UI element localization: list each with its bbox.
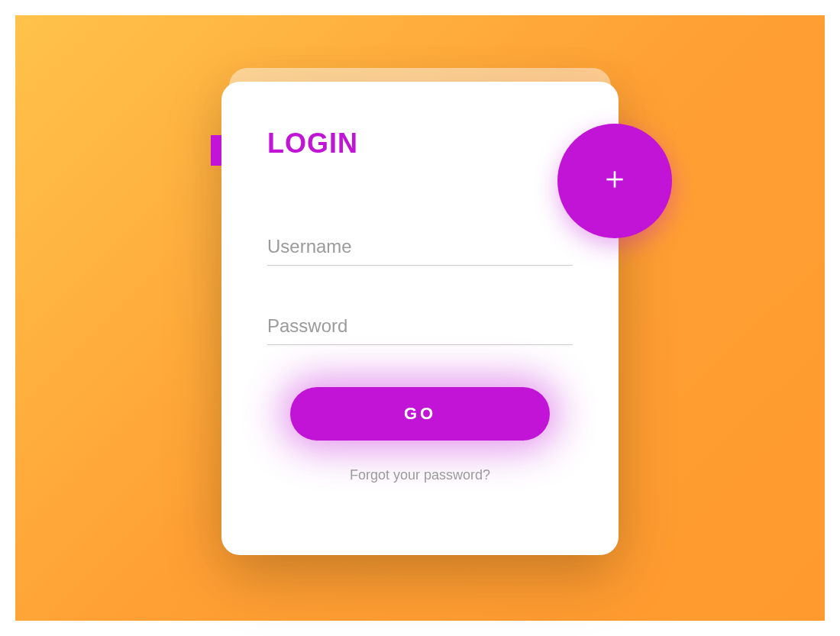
password-input[interactable] [267,308,573,345]
username-input[interactable] [267,228,573,266]
add-button[interactable] [557,124,672,238]
submit-button[interactable]: GO [290,387,550,441]
username-field-wrap [267,228,573,266]
accent-bar [211,135,221,166]
submit-wrap: GO [267,387,573,441]
password-field-wrap [267,308,573,345]
login-title: LOGIN [267,128,573,160]
forgot-password-link[interactable]: Forgot your password? [267,467,573,483]
login-card-stack: LOGIN GO Forgot your password? [221,82,619,555]
plus-icon [603,167,627,194]
background-stage: LOGIN GO Forgot your password? [15,15,825,621]
login-card: LOGIN GO Forgot your password? [221,82,619,555]
